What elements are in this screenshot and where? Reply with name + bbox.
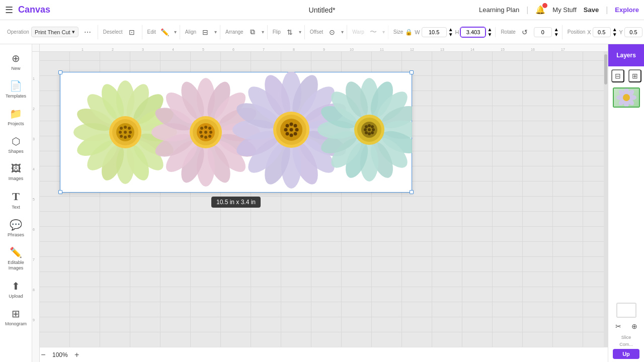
rotate-down-arrow[interactable]: ▼ [554,32,559,37]
height-input[interactable] [460,27,486,37]
slice-icon[interactable]: ✂ [612,320,625,333]
svg-point-22 [119,131,122,134]
ruler-top: 1 2 3 4 5 6 7 8 9 10 11 12 13 14 15 16 1… [40,44,608,52]
sidebar-item-editable-images[interactable]: ✏️ Editable Images [0,242,32,275]
sidebar-label-phrases: Phrases [8,232,24,237]
edit-chevron[interactable]: ▾ [174,29,177,35]
color-swatch[interactable] [616,303,636,318]
x-up-arrow[interactable]: ▲ [612,27,617,32]
ruler-corner [32,44,40,52]
canvas-viewport[interactable]: 10.5 in x 3.4 in [40,52,608,347]
notification-bell-button[interactable]: 🔔 [535,5,545,15]
upload-icon: ⬆ [12,280,20,292]
ruler-mark-12: 12 [410,48,414,51]
svg-point-24 [129,131,132,134]
width-input[interactable] [422,27,447,37]
sidebar-item-templates[interactable]: 📄 Templates [0,76,32,103]
ruler-left-4: 4 [33,167,35,171]
operation-extra-button[interactable]: ⋯ [80,25,95,39]
size-label: Size [393,29,403,35]
zoom-out-button[interactable]: − [38,350,48,360]
combine-icon[interactable]: ⊕ [628,320,641,333]
svg-point-108 [372,128,375,131]
panel-icon-button-2[interactable]: ⊞ [628,69,641,82]
y-label: Y [619,29,623,35]
explore-button[interactable]: Explore [615,6,639,14]
warp-button: 〜 [366,25,380,39]
canvas-page[interactable]: 10.5 in x 3.4 in [60,72,412,193]
deselect-button[interactable]: ⊡ [125,25,139,39]
slice-label: Slice [621,335,631,340]
zoom-value: 100% [52,351,68,358]
nav-divider-2: | [606,6,608,15]
x-input[interactable] [593,27,611,37]
edit-label: Edit [147,29,156,35]
sidebar-item-monogram[interactable]: ⊞ Monogram [0,304,32,330]
sidebar-item-phrases[interactable]: 💬 Phrases [0,215,32,241]
y-input[interactable] [624,27,642,37]
arrange-button[interactable]: ⧉ [246,25,260,39]
svg-point-26 [124,136,127,139]
svg-point-105 [371,125,374,128]
width-up-arrow[interactable]: ▲ [448,27,453,32]
panel-icon-row: ⊟ ⊞ [608,66,645,85]
layers-tab[interactable]: Layers [608,44,644,66]
zoom-in-button[interactable]: + [72,350,82,360]
svg-point-104 [368,124,371,127]
sidebar-item-shapes[interactable]: ⬡ Shapes [0,131,32,158]
panel-icon-button-1[interactable]: ⊟ [611,69,624,82]
layer-item[interactable] [608,85,644,110]
rotate-up-arrow[interactable]: ▲ [554,27,559,32]
edit-group: Edit ✏️ ▾ [144,25,180,39]
x-field: X ▲ ▼ [587,27,617,37]
svg-point-110 [368,132,371,135]
x-label: X [587,29,591,35]
my-stuff-link[interactable]: My Stuff [552,6,576,14]
ruler-mark-4: 4 [172,48,174,51]
ruler-left: 1 2 3 4 5 6 7 8 9 [32,52,40,362]
rotate-button[interactable]: ↺ [518,25,532,39]
lock-icon[interactable]: 🔒 [405,29,413,36]
offset-button[interactable]: ⊙ [325,25,339,39]
layer-thumbnail [613,87,640,108]
sidebar-item-text[interactable]: T Text [0,186,32,214]
operation-select[interactable]: Print Then Cut ▾ [31,27,78,37]
offset-chevron[interactable]: ▾ [341,29,344,35]
flip-label: Flip [273,29,281,35]
ruler-mark-3: 3 [142,48,144,51]
save-button[interactable]: Save [584,6,599,14]
main-area: ⊕ New 📄 Templates 📁 Projects ⬡ Shapes 🖼 … [0,44,644,362]
align-button[interactable]: ⊟ [198,25,212,39]
sidebar-item-upload[interactable]: ⬆ Upload [0,276,32,303]
document-title[interactable]: Untitled* [309,6,336,14]
ruler-mark-16: 16 [531,48,535,51]
deselect-group: Deselect ⊡ [100,25,142,39]
learning-plan-link[interactable]: Learning Plan [479,6,519,14]
align-chevron[interactable]: ▾ [214,29,217,35]
templates-icon: 📄 [10,80,22,92]
sidebar-item-projects[interactable]: 📁 Projects [0,104,32,130]
edit-button[interactable]: ✏️ [158,25,172,39]
images-icon: 🖼 [11,163,21,174]
scrollbar-thumb[interactable] [604,54,607,84]
arrange-chevron[interactable]: ▾ [262,29,264,35]
ruler-mark-7: 7 [263,48,265,51]
hamburger-menu-icon[interactable]: ☰ [5,5,13,16]
flowers-image[interactable] [60,72,412,193]
up-button[interactable]: Up [613,349,639,359]
flip-chevron[interactable]: ▾ [299,29,301,35]
flip-button[interactable]: ⇅ [283,25,297,39]
height-up-arrow[interactable]: ▲ [487,27,492,32]
sidebar-item-images[interactable]: 🖼 Images [0,159,32,185]
vertical-scrollbar[interactable] [604,52,608,347]
x-down-arrow[interactable]: ▼ [612,32,617,37]
canvas-area[interactable]: 1 2 3 4 5 6 7 8 9 10 11 12 13 14 15 16 1… [32,44,608,362]
width-down-arrow[interactable]: ▼ [448,32,453,37]
rotate-input[interactable] [534,27,552,37]
height-down-arrow[interactable]: ▼ [487,32,492,37]
ruler-mark-9: 9 [323,48,325,51]
sidebar-item-new[interactable]: ⊕ New [0,48,32,75]
ruler-mark-10: 10 [350,48,354,51]
svg-point-20 [124,126,127,129]
size-group: Size 🔒 W ▲ ▼ H ▲ ▼ [390,27,496,37]
